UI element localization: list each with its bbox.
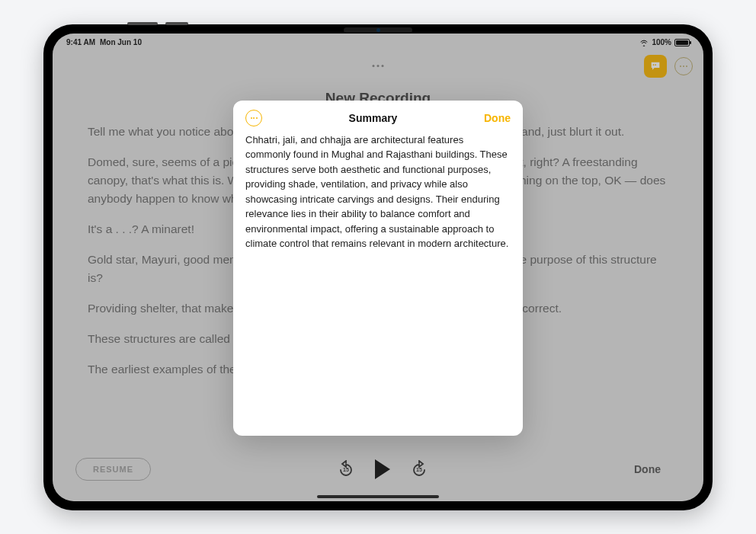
screen: 9:41 AM Mon Jun 10 100% <box>53 34 703 501</box>
ipad-frame: 9:41 AM Mon Jun 10 100% <box>43 24 713 510</box>
hw-volume-button <box>127 22 158 25</box>
summary-modal: Summary Done Chhatri, jali, and chhajja … <box>233 101 523 436</box>
modal-more-icon[interactable] <box>245 110 262 126</box>
modal-title: Summary <box>349 112 398 124</box>
summary-text: Chhatri, jali, and chhajja are architect… <box>245 133 511 251</box>
modal-done-button[interactable]: Done <box>484 112 511 124</box>
hw-volume-button <box>165 22 188 25</box>
camera-notch <box>344 27 412 33</box>
